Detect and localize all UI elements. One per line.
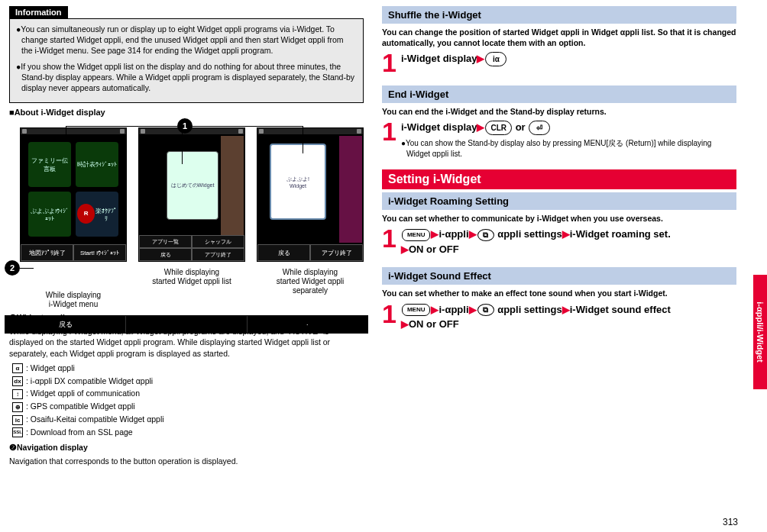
roaming-body: You can set whether to communicate by i-… [382, 213, 736, 224]
side-tab: i-αppli/i-Widget [753, 275, 767, 389]
ssl-icon: SSL [12, 427, 23, 437]
sound-step: 1 MENU▶i-αppli▶⧉ αppli settings▶i-Widget… [382, 302, 736, 332]
softkey-label [126, 316, 247, 333]
phone-caption: While displaying i-Widget menu [20, 291, 127, 309]
right-column: Shuffle the i-Widget You can change the … [382, 6, 736, 469]
step-number: 1 [382, 120, 396, 143]
gps-icon: ⊕ [12, 402, 23, 412]
roaming-heading: i-Widget Roaming Setting [382, 192, 736, 210]
widget-thumb-column [221, 136, 244, 243]
step-text: i-Widget display [401, 121, 477, 133]
arrow-icon: ▶ [469, 304, 477, 315]
legend-row: ic: Osaifu-Keitai compatible Widget αppl… [12, 413, 364, 426]
phone-nav-label: Start! iｳｨｼﾞｪｯﾄ [73, 244, 126, 261]
legend-row: ↕: Widget αppli of communication [12, 387, 364, 400]
widget-thumb-column [339, 136, 362, 243]
callout-2-body: Navigation that corresponds to the butto… [9, 456, 364, 466]
legend-row: ⊕: GPS compatible Widget αppli [12, 400, 364, 413]
phone-nav-label: 戻る [139, 248, 192, 261]
icon-legend: α: Widget αppli dx: i-αppli DX compatibl… [9, 362, 364, 439]
alpha-icon: α [12, 363, 23, 373]
phone-screenshot-list: はじめてのWidget アプリ一覧 シャッフル 戻る アプリ終了 While d… [138, 127, 245, 309]
callout-line [20, 268, 34, 269]
arrow-icon: ▶ [431, 304, 439, 315]
softkey-label: · [248, 316, 367, 333]
step-text: i-αppli [439, 228, 468, 240]
phone-screenshot-menu: ファミリー伝言板 時計表ｳｨｼﾞｪｯﾄ ぷよぷよ!ｳｨｼﾞｪｯﾄ R楽ｵｸｱﾌﾟ… [20, 127, 127, 309]
screenshots-row: 1 2 ファミリー伝言板 時計表ｳｨｼﾞｪｯﾄ ぷよぷよ!ｳｨｼﾞｪｯﾄ R楽ｵ… [9, 127, 364, 309]
information-box: ●You can simultaneously run or display u… [9, 18, 364, 103]
menu-key-icon: MENU [402, 229, 431, 241]
hangup-key-icon: ⏎ [529, 121, 550, 135]
information-header: Information [9, 6, 68, 18]
softkey-label: 戻る [5, 316, 126, 333]
rakuten-icon: R [77, 204, 95, 224]
about-heading: ■About i-Widget display [9, 108, 364, 117]
iappli-key-icon: ⧉ [477, 304, 494, 316]
dx-icon: dx [12, 376, 23, 386]
callout-2-title: ❷Navigation display [9, 442, 364, 453]
or-text: or [513, 121, 528, 133]
menu-key-icon: MENU [402, 304, 431, 316]
step-text: ON or OFF [409, 243, 459, 255]
legend-row: SSL: Download from an SSL page [12, 426, 364, 439]
widget-cell-label: ファミリー伝言板 [30, 156, 70, 173]
end-heading: End i-Widget [382, 85, 736, 103]
arrow-icon: ▶ [477, 121, 484, 133]
side-tab-label: i-αppli/i-Widget [756, 301, 765, 362]
comm-icon: ↕ [12, 389, 23, 399]
phone-nav-label: 戻る [257, 244, 310, 261]
arrow-icon: ▶ [401, 243, 409, 255]
osaifu-icon: ic [12, 415, 23, 425]
widget-cell-label: ぷよぷよ!ｳｨｼﾞｪｯﾄ [30, 207, 70, 222]
callout-line [303, 126, 303, 153]
end-step: 1 i-Widget display▶CLR or ⏎ ●You can sho… [382, 120, 736, 159]
end-body: You can end the i-Widget and the Stand-b… [382, 106, 736, 117]
arrow-icon: ▶ [562, 228, 570, 240]
roaming-step: 1 MENU▶i-αppli▶⧉ αppli settings▶i-Widget… [382, 227, 736, 256]
step-number: 1 [382, 302, 396, 326]
setting-heading: Setting i-Widget [382, 169, 736, 189]
shuffle-heading: Shuffle the i-Widget [382, 6, 736, 24]
step-text: i-Widget roaming set. [570, 228, 671, 240]
widget-popup: ぷよぷよ! Widget [270, 143, 326, 220]
end-note: ●You can show the Stand-by display also … [401, 138, 736, 159]
phone-nav-label: アプリ終了 [192, 248, 244, 261]
phone-caption: While displaying started Widget αppli se… [257, 268, 364, 295]
step-text: αppli settings [497, 228, 562, 240]
shuffle-step: 1 i-Widget display▶iα [382, 51, 736, 75]
sound-body: You can set whether to make an effect to… [382, 288, 736, 298]
phone-caption: While displaying started Widget αppli li… [138, 268, 245, 286]
phone-screenshot-separate: ぷよぷよ! Widget 戻る アプリ終了 While displaying s… [257, 127, 364, 309]
arrow-icon: ▶ [431, 228, 439, 240]
step-number: 1 [382, 51, 396, 75]
callout-1: 1 [177, 118, 193, 134]
step-text: i-αppli [439, 304, 468, 315]
clr-key-icon: CLR [485, 121, 512, 135]
step-text: i-Widget sound effect [570, 304, 671, 315]
widget-cell-label: 楽ｵｸｱﾌﾟﾘ [95, 207, 117, 222]
widget-cell-label: 時計表ｳｨｼﾞｪｯﾄ [77, 160, 117, 169]
arrow-icon: ▶ [477, 53, 484, 64]
phone-nav-label: 地図ｱﾌﾟﾘ終了 [21, 244, 73, 261]
info-bullet: ●You can simultaneously run or display u… [16, 24, 357, 56]
arrow-icon: ▶ [469, 228, 477, 240]
iappli-key-icon: ⧉ [477, 229, 494, 241]
phone-nav-label: シャッフル [192, 235, 244, 248]
sound-heading: i-Widget Sound Effect [382, 267, 736, 285]
widget-preview: はじめてのWidget [167, 151, 218, 220]
arrow-icon: ▶ [401, 318, 409, 330]
step-text: αppli settings [497, 304, 562, 315]
legend-row: α: Widget αppli [12, 362, 364, 375]
phone-nav-label: アプリ終了 [310, 244, 363, 261]
phone-softkey-bar: 戻る · [5, 315, 368, 334]
step-text: i-Widget display [401, 53, 477, 64]
shuffle-body: You can change the position of started W… [382, 27, 736, 48]
info-bullet: ●If you show the Widget αppli list on th… [16, 61, 357, 94]
ialpha-key-icon: iα [485, 52, 506, 66]
legend-row: dx: i-αppli DX compatible Widget αppli [12, 375, 364, 388]
arrow-icon: ▶ [562, 304, 570, 315]
step-text: ON or OFF [409, 318, 459, 330]
page-number: 313 [723, 517, 738, 527]
step-number: 1 [382, 227, 396, 250]
